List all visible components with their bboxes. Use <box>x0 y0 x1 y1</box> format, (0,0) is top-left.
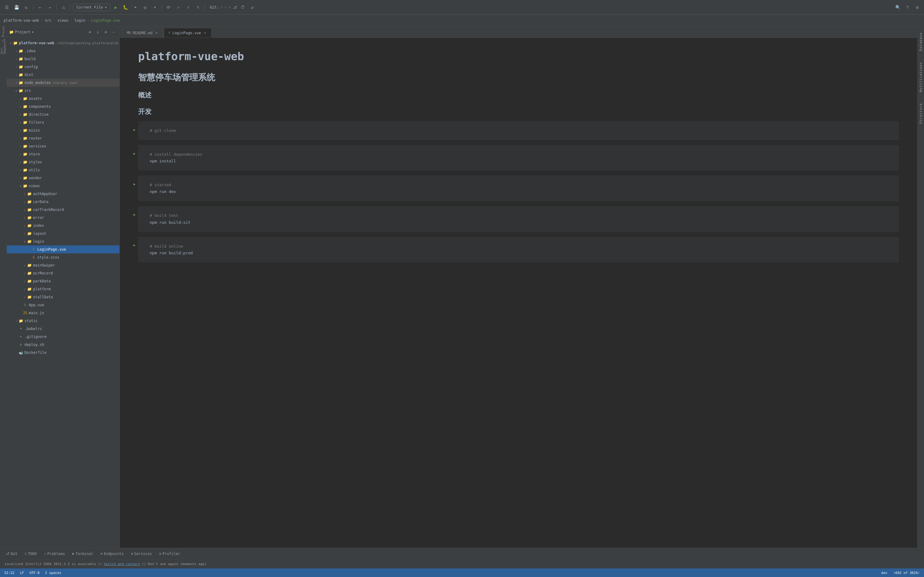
tree-dockerfile[interactable]: › 🐋 Dockerfile <box>7 349 120 356</box>
git-sync-status[interactable]: ↑602 of 3024✓ <box>892 570 921 575</box>
more-run-icon[interactable]: ▾ <box>151 3 159 11</box>
tree-static[interactable]: › 📁 static <box>7 317 120 325</box>
tree-assets[interactable]: › 📁 assets <box>7 95 120 103</box>
tab-loginpage[interactable]: V LoginPage.vue × <box>164 28 212 37</box>
tree-store[interactable]: › 📁 store <box>7 150 120 158</box>
loginpage-tab-close[interactable]: × <box>203 31 207 35</box>
run-build-test-btn[interactable]: ▶ <box>132 212 137 217</box>
tree-cardata[interactable]: › 📁 carData <box>7 198 120 206</box>
coverage-icon[interactable]: ☂ <box>131 3 140 11</box>
database-label[interactable]: Database <box>919 30 923 53</box>
tree-platform[interactable]: › 📁 platform <box>7 285 120 293</box>
vcs-push-icon[interactable]: ↑ <box>184 3 192 11</box>
debug-icon[interactable]: 🐛 <box>121 3 130 11</box>
run-install-btn[interactable]: ▶ <box>132 151 137 156</box>
breadcrumb-login[interactable]: login <box>74 18 85 23</box>
tree-build[interactable]: › 📁 build <box>7 55 120 63</box>
tree-login[interactable]: ▾ 📁 login <box>7 237 120 245</box>
bottom-tab-services[interactable]: ⚙ Services <box>129 550 154 557</box>
tree-index[interactable]: › 📁 index <box>7 222 120 230</box>
structure-label[interactable]: Structure <box>919 101 923 127</box>
help-icon[interactable]: ? <box>903 3 912 11</box>
revert-icon[interactable]: ↺ <box>248 3 257 11</box>
tree-views[interactable]: ▾ 📁 views <box>7 182 120 190</box>
vcs-more-icon[interactable]: ⌥ <box>194 3 202 11</box>
back-icon[interactable]: ← <box>36 3 44 11</box>
tree-ocrrecord[interactable]: › 📁 ocrRecord <box>7 269 120 277</box>
tree-styles[interactable]: › 📁 styles <box>7 158 120 166</box>
tree-app-vue[interactable]: › V App.vue <box>7 301 120 309</box>
tree-src[interactable]: ▾ 📁 src <box>7 87 120 95</box>
settings-icon[interactable]: ⚙ <box>913 3 922 11</box>
panel-close-icon[interactable]: — <box>110 29 117 35</box>
profile-icon[interactable]: ◎ <box>141 3 149 11</box>
panel-settings-icon[interactable]: ⚙ <box>102 29 109 35</box>
bottom-tab-git[interactable]: ⎇ Git <box>3 550 20 557</box>
tree-mixin[interactable]: › 📁 mixin <box>7 126 120 134</box>
breadcrumb-views[interactable]: views <box>57 18 68 23</box>
save-icon[interactable]: 💾 <box>12 3 21 11</box>
bottom-tab-profiler[interactable]: ◎ Profiler <box>157 550 183 557</box>
run-icon[interactable]: ▶ <box>111 3 120 11</box>
pull-requests-icon[interactable]: Pull Requests <box>1 45 6 50</box>
editor-content[interactable]: platform-vue-web 智慧停车场管理系统 概述 开发 ▶ # git… <box>120 38 917 548</box>
tree-main-js[interactable]: › JS main.js <box>7 309 120 317</box>
breadcrumb-src[interactable]: src <box>45 18 52 23</box>
dropdown-arrow[interactable]: ▾ <box>32 30 34 34</box>
tree-parkdata[interactable]: › 📁 parkData <box>7 277 120 285</box>
tree-cartrackrecord[interactable]: › 📁 carTrackRecord <box>7 206 120 214</box>
tree-utils[interactable]: › 📁 utils <box>7 166 120 174</box>
encoding-status[interactable]: LF <box>19 570 25 575</box>
line-col-status[interactable]: 52:22 <box>3 570 16 575</box>
history-icon[interactable]: ⌂ <box>59 3 68 11</box>
tree-babelrc[interactable]: › • .babelrc <box>7 325 120 333</box>
notifications-label[interactable]: Notifications <box>919 60 923 95</box>
tree-vendor[interactable]: › 📁 vendor <box>7 174 120 182</box>
sync-icon[interactable]: ↻ <box>22 3 31 11</box>
run-started-btn[interactable]: ▶ <box>132 182 137 187</box>
forward-icon[interactable]: → <box>45 3 54 11</box>
tree-error[interactable]: › 📁 error <box>7 214 120 222</box>
tree-layout[interactable]: › 📁 layout <box>7 230 120 237</box>
tree-router[interactable]: › 📁 router <box>7 134 120 142</box>
tree-dist[interactable]: › 📁 dist <box>7 71 120 79</box>
bottom-tab-todo[interactable]: ☑ TODO <box>22 550 39 557</box>
branch-status[interactable]: dev <box>880 570 888 575</box>
tab-readme[interactable]: MD README.md × <box>122 28 163 37</box>
history2-icon[interactable]: ⏱ <box>238 3 247 11</box>
breadcrumb-file[interactable]: LoginPage.vue <box>91 18 120 23</box>
breadcrumb-root[interactable]: platform-vue-web <box>4 18 39 23</box>
run-config-button[interactable]: Current File ▾ <box>73 4 110 11</box>
tree-deploy-sh[interactable]: › ⚙ deploy.sh <box>7 341 120 349</box>
tree-root[interactable]: ▾ 📁 platform-vue-web ~/GitCode/parking-p… <box>7 39 120 47</box>
indent-status[interactable]: 2 spaces <box>44 570 63 575</box>
tree-components[interactable]: › 📁 components <box>7 103 120 111</box>
tree-gitignore[interactable]: › • .gitignore <box>7 333 120 341</box>
tree-filters[interactable]: › 📁 filters <box>7 118 120 126</box>
vcs-update-icon[interactable]: ⟳ <box>165 3 173 11</box>
tree-node-modules[interactable]: › 📁 node_modules library root <box>7 79 120 87</box>
tree-services[interactable]: › 📁 services <box>7 142 120 150</box>
locate-icon[interactable]: ⊕ <box>86 29 93 35</box>
tree-style-scss[interactable]: › S style.scss <box>7 253 120 261</box>
run-clone-btn[interactable]: ▶ <box>132 127 137 132</box>
tree-authappuser[interactable]: › 📁 authAppUser <box>7 190 120 198</box>
switch-restart-link[interactable]: Switch and restart <box>103 562 140 566</box>
project-icon[interactable]: Project <box>1 27 6 33</box>
run-build-online-btn[interactable]: ▶ <box>132 243 137 248</box>
readme-tab-close[interactable]: × <box>154 31 158 35</box>
tree-mainswiper[interactable]: › 📁 mainSwiper <box>7 261 120 269</box>
bottom-tab-problems[interactable]: ⚠ Problems <box>42 550 67 557</box>
tree-loginpage-vue[interactable]: › V LoginPage.vue <box>7 245 120 253</box>
tree-directive[interactable]: › 📁 directive <box>7 111 120 118</box>
tree-config[interactable]: › 📁 config <box>7 63 120 71</box>
tree-stalldata[interactable]: › 📁 stallData <box>7 293 120 301</box>
search-everywhere-icon[interactable]: 🔍 <box>893 3 902 11</box>
bottom-tab-endpoints[interactable]: ⊕ Endpoints <box>98 550 126 557</box>
bottom-tab-terminal[interactable]: ▶ Terminal <box>70 550 95 557</box>
charset-status[interactable]: UTF-8 <box>28 570 40 575</box>
menu-icon[interactable]: ☰ <box>2 3 11 11</box>
collapse-all-icon[interactable]: ⤓ <box>94 29 101 35</box>
vcs-commit-icon[interactable]: ✓ <box>174 3 183 11</box>
tree-idea[interactable]: › 📁 .idea <box>7 47 120 55</box>
